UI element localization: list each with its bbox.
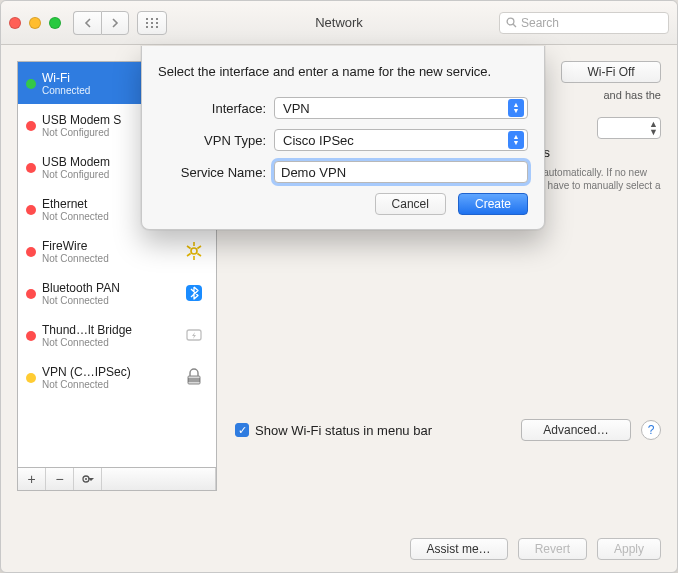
help-button[interactable]: ? — [641, 420, 661, 440]
status-dot-icon — [26, 205, 36, 215]
create-button[interactable]: Create — [458, 193, 528, 215]
show-wifi-menubar-checkbox[interactable]: ✓ — [235, 423, 249, 437]
thunderbolt-icon — [180, 323, 208, 347]
service-name: Bluetooth PAN — [42, 281, 174, 295]
svg-point-28 — [85, 478, 87, 480]
close-window-button[interactable] — [9, 17, 21, 29]
stepper-arrows-icon: ▲▼ — [508, 131, 524, 149]
svg-rect-7 — [151, 26, 153, 28]
assist-me-button[interactable]: Assist me… — [410, 538, 508, 560]
status-dot-icon — [26, 289, 36, 299]
svg-rect-3 — [146, 22, 148, 24]
status-dot-icon — [26, 121, 36, 131]
nav-buttons — [73, 11, 129, 35]
servicename-input[interactable] — [274, 161, 528, 183]
vpntype-select[interactable]: Cisco IPSec ▲▼ — [274, 129, 528, 151]
svg-rect-1 — [151, 18, 153, 20]
search-icon — [506, 17, 517, 28]
status-dot-icon — [26, 247, 36, 257]
svg-rect-24 — [188, 376, 200, 384]
show-wifi-menubar-label: Show Wi-Fi status in menu bar — [255, 423, 432, 438]
revert-button[interactable]: Revert — [518, 538, 587, 560]
svg-line-20 — [187, 254, 191, 257]
search-placeholder: Search — [521, 16, 559, 30]
service-name: VPN (C…IPSec) — [42, 365, 174, 379]
toolbar-spacer — [102, 468, 216, 490]
zoom-window-button[interactable] — [49, 17, 61, 29]
sidebar-item-vpn-ipsec[interactable]: VPN (C…IPSec) Not Connected — [18, 356, 216, 398]
interface-select[interactable]: VPN ▲▼ — [274, 97, 528, 119]
back-button[interactable] — [73, 11, 101, 35]
svg-rect-2 — [156, 18, 158, 20]
turn-wifi-off-button[interactable]: Wi-Fi Off — [561, 61, 661, 83]
network-prefpane-window: Network Search Wi-Fi Connected — [0, 0, 678, 573]
vpn-lock-icon — [180, 365, 208, 389]
gear-icon — [80, 473, 96, 485]
add-service-button[interactable]: + — [18, 468, 46, 490]
service-status: Not Connected — [42, 253, 174, 264]
apply-button[interactable]: Apply — [597, 538, 661, 560]
svg-rect-4 — [151, 22, 153, 24]
svg-line-19 — [197, 246, 201, 249]
forward-button[interactable] — [101, 11, 129, 35]
service-name: Thund…lt Bridge — [42, 323, 174, 337]
service-status: Not Connected — [42, 379, 174, 390]
svg-rect-0 — [146, 18, 148, 20]
status-dot-icon — [26, 373, 36, 383]
sidebar-item-thunderbolt-bridge[interactable]: Thund…lt Bridge Not Connected — [18, 314, 216, 356]
svg-rect-8 — [156, 26, 158, 28]
remove-service-button[interactable]: − — [46, 468, 74, 490]
svg-rect-6 — [146, 26, 148, 28]
grid-icon — [145, 17, 159, 29]
service-name: FireWire — [42, 239, 174, 253]
servicename-label: Service Name: — [158, 165, 274, 180]
status-dot-icon — [26, 163, 36, 173]
network-name-select[interactable]: ▲▼ — [597, 117, 661, 139]
svg-line-21 — [197, 254, 201, 257]
status-dot-icon — [26, 79, 36, 89]
sidebar-item-bluetooth-pan[interactable]: Bluetooth PAN Not Connected — [18, 272, 216, 314]
show-all-button[interactable] — [137, 11, 167, 35]
sheet-prompt: Select the interface and enter a name fo… — [158, 64, 528, 79]
new-service-sheet: Select the interface and enter a name fo… — [141, 46, 545, 230]
service-list-toolbar: + − — [17, 467, 217, 491]
svg-point-15 — [191, 248, 197, 254]
titlebar: Network Search — [1, 1, 677, 45]
vpntype-label: VPN Type: — [158, 133, 274, 148]
svg-line-10 — [513, 24, 516, 27]
sidebar-item-firewire[interactable]: FireWire Not Connected — [18, 230, 216, 272]
svg-point-9 — [507, 18, 514, 25]
interface-value: VPN — [283, 101, 310, 116]
service-status: Not Connected — [42, 337, 174, 348]
service-actions-button[interactable] — [74, 468, 102, 490]
advanced-button[interactable]: Advanced… — [521, 419, 631, 441]
firewire-icon — [180, 239, 208, 263]
traffic-lights — [9, 17, 61, 29]
stepper-arrows-icon: ▲▼ — [508, 99, 524, 117]
search-field[interactable]: Search — [499, 12, 669, 34]
bluetooth-icon — [180, 281, 208, 305]
cancel-button[interactable]: Cancel — [375, 193, 446, 215]
vpntype-value: Cisco IPSec — [283, 133, 354, 148]
interface-label: Interface: — [158, 101, 274, 116]
footer-buttons: Assist me… Revert Apply — [410, 538, 661, 560]
minimize-window-button[interactable] — [29, 17, 41, 29]
svg-rect-5 — [156, 22, 158, 24]
service-status: Not Connected — [42, 295, 174, 306]
svg-line-18 — [187, 246, 191, 249]
status-dot-icon — [26, 331, 36, 341]
